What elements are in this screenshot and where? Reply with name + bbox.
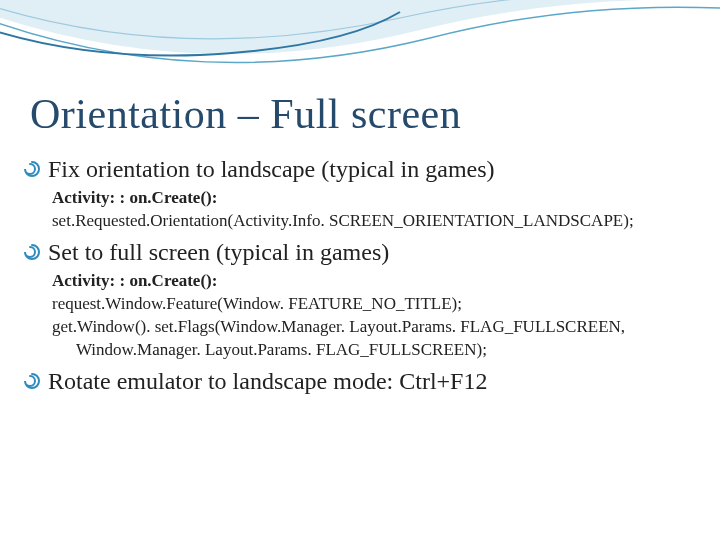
code-line: get.Window(). set.Flags(Window.Manager. … bbox=[52, 316, 690, 339]
code-heading: Activity: : on.Create(): bbox=[52, 270, 690, 293]
bullet-block: Rotate emulator to landscape mode: Ctrl+… bbox=[20, 368, 690, 395]
code-heading: Activity: : on.Create(): bbox=[52, 187, 690, 210]
spiral-bullet-icon bbox=[22, 242, 42, 266]
slide-content: Orientation – Full screen Fix orientatio… bbox=[0, 90, 720, 395]
bullet-line: Rotate emulator to landscape mode: Ctrl+… bbox=[22, 368, 690, 395]
bullet-line: Set to full screen (typical in games) bbox=[22, 239, 690, 266]
bullet-block: Fix orientation to landscape (typical in… bbox=[20, 156, 690, 233]
bullet-text: Rotate emulator to landscape mode: Ctrl+… bbox=[48, 368, 487, 395]
bullet-block: Set to full screen (typical in games)Act… bbox=[20, 239, 690, 362]
slide-title: Orientation – Full screen bbox=[30, 90, 690, 138]
spiral-bullet-icon bbox=[22, 371, 42, 395]
code-line: set.Requested.Orientation(Activity.Info.… bbox=[52, 210, 690, 233]
code-line: Window.Manager. Layout.Params. FLAG_FULL… bbox=[76, 339, 690, 362]
bullet-line: Fix orientation to landscape (typical in… bbox=[22, 156, 690, 183]
bullet-text: Fix orientation to landscape (typical in… bbox=[48, 156, 495, 183]
code-line: request.Window.Feature(Window. FEATURE_N… bbox=[52, 293, 690, 316]
bullet-text: Set to full screen (typical in games) bbox=[48, 239, 389, 266]
spiral-bullet-icon bbox=[22, 159, 42, 183]
